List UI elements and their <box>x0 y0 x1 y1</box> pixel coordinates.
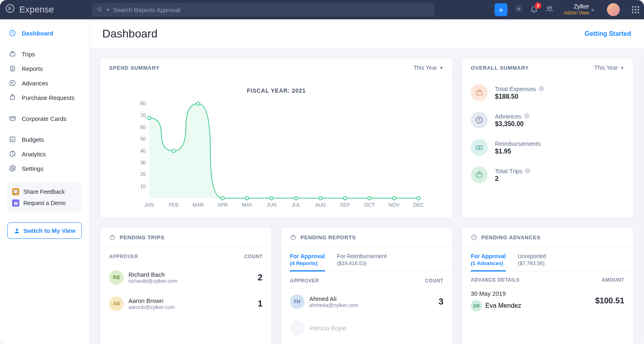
settings-icon[interactable] <box>515 5 523 15</box>
pending-trips-title: PENDING TRIPS <box>109 234 165 240</box>
col-approver: APPROVER <box>290 278 319 284</box>
summary-label: Total Trips <box>495 168 530 174</box>
apps-icon[interactable] <box>632 6 639 13</box>
summary-icon <box>471 112 488 128</box>
sidebar: Dashboard Trips Reports Advances Purchas… <box>0 19 89 344</box>
svg-text:SEP: SEP <box>340 202 350 208</box>
svg-text:FEB: FEB <box>169 202 178 208</box>
summary-value: 2 <box>495 175 530 182</box>
spend-title: SPEND SUMMARY <box>109 65 159 71</box>
user-icon <box>14 228 20 234</box>
summary-icon <box>471 139 488 156</box>
users-icon[interactable] <box>545 5 553 15</box>
briefcase-icon <box>109 234 116 240</box>
svg-point-4 <box>550 7 552 8</box>
expense-logo-icon <box>5 3 15 16</box>
tab-adv-unreported[interactable]: Unreported ($7,793.56) <box>518 253 546 271</box>
pending-advances-card: PENDING ADVANCES For Approval (1 Advance… <box>462 227 634 344</box>
pending-trips-card: PENDING TRIPS APPROVER COUNT RB Richard … <box>100 227 272 344</box>
svg-point-36 <box>172 149 175 153</box>
overall-period-selector[interactable]: This Year ▼ <box>594 64 624 71</box>
nav-advances[interactable]: Advances <box>0 76 89 90</box>
getting-started-link[interactable]: Getting Started <box>584 30 631 37</box>
summary-value: $188.50 <box>495 93 544 100</box>
svg-point-2 <box>518 8 520 10</box>
svg-text:DEC: DEC <box>413 202 424 208</box>
nav-analytics[interactable]: Analytics <box>0 147 89 161</box>
summary-row: Total Expenses $188.50 <box>471 84 624 101</box>
svg-point-8 <box>10 80 15 86</box>
summary-label: Reimbursements <box>495 140 540 147</box>
pending-reports-card: PENDING REPORTS For Approval (4 Reports)… <box>281 227 453 344</box>
summary-icon <box>471 166 488 183</box>
org-view: Admin View <box>564 10 589 16</box>
spend-summary-card: SPEND SUMMARY This Year ▼ FISCAL YEAR: 2… <box>100 58 453 218</box>
search-box[interactable]: ▼ <box>92 3 435 17</box>
notifications-icon[interactable]: 3 <box>530 5 538 15</box>
info-icon <box>524 113 530 119</box>
share-feedback[interactable]: 💬 Share Feedback <box>12 186 77 197</box>
svg-point-41 <box>294 197 298 200</box>
app-name: Expense <box>19 4 54 15</box>
chevron-down-icon: ▼ <box>439 66 443 70</box>
overall-title: OVERALL SUMMARY <box>471 65 529 71</box>
advance-person: Eva Mendez <box>485 302 521 309</box>
nav-purchase-requests[interactable]: Purchase Requests <box>0 90 89 105</box>
table-row[interactable]: RB Richard Bach richardb@zylker.com 2 <box>109 264 263 290</box>
nav-reports[interactable]: Reports <box>0 61 89 76</box>
org-switcher[interactable]: Zylker Admin View ▶ <box>564 3 595 16</box>
info-icon <box>538 86 544 91</box>
col-approver: APPROVER <box>109 254 138 259</box>
svg-text:JUL: JUL <box>292 202 300 208</box>
demo-icon: ▦ <box>12 199 19 207</box>
spend-period-selector[interactable]: This Year ▼ <box>414 64 443 71</box>
feedback-icon: 💬 <box>12 188 19 195</box>
svg-point-3 <box>547 6 549 8</box>
table-row[interactable]: AB Aaron Brown aaronb@zylker.com 1 <box>109 290 263 317</box>
col-count: COUNT <box>425 278 443 284</box>
svg-rect-6 <box>10 53 15 56</box>
search-input[interactable] <box>113 6 430 13</box>
user-avatar[interactable] <box>607 3 620 16</box>
switch-view-button[interactable]: Switch to My View <box>7 222 82 239</box>
nav-corporate-cards[interactable]: Corporate Cards <box>0 111 89 126</box>
svg-text:AUG: AUG <box>315 202 326 208</box>
svg-rect-49 <box>476 146 482 149</box>
summary-row: Total Trips 2 <box>471 166 624 183</box>
avatar-initials <box>290 321 304 335</box>
chevron-down-icon: ▼ <box>106 8 110 12</box>
svg-point-45 <box>392 197 396 200</box>
col-advance-details: ADVANCE DETAILS <box>471 277 520 283</box>
request-demo[interactable]: ▦ Request a Demo <box>12 197 77 209</box>
avatar-initials: RB <box>109 270 124 285</box>
tab-adv-for-approval[interactable]: For Approval (1 Advances) <box>471 253 506 271</box>
summary-icon <box>471 84 488 101</box>
nav-trips[interactable]: Trips <box>0 47 89 61</box>
nav-settings[interactable]: Settings <box>0 161 89 176</box>
summary-row: Reimbursements $1.95 <box>471 139 624 156</box>
svg-point-38 <box>221 197 224 200</box>
svg-text:JAN: JAN <box>145 202 154 208</box>
summary-row: Advances $3,350.00 <box>471 112 624 128</box>
add-button[interactable]: ＋ <box>495 3 507 16</box>
svg-text:MAR: MAR <box>193 202 204 208</box>
col-count: COUNT <box>244 254 263 259</box>
svg-text:40: 40 <box>140 148 146 154</box>
chevron-right-icon: ▶ <box>592 7 595 12</box>
svg-rect-51 <box>476 174 482 177</box>
approver-name: Richard Bach <box>128 271 178 278</box>
app-logo: Expense <box>5 3 87 16</box>
tab-for-approval[interactable]: For Approval (4 Reports) <box>290 253 325 271</box>
svg-point-46 <box>417 197 420 200</box>
row-count: 2 <box>258 272 263 283</box>
pending-advances-title: PENDING ADVANCES <box>471 234 540 240</box>
nav-dashboard[interactable]: Dashboard <box>0 26 89 40</box>
table-row[interactable]: FH Ahmed Ali ahmeda@zylker.com 3 <box>290 288 443 315</box>
svg-point-43 <box>344 197 347 200</box>
svg-point-35 <box>147 116 151 119</box>
advance-amount: $100.51 <box>595 296 624 305</box>
nav-budgets[interactable]: Budgets <box>0 132 89 147</box>
tab-for-reimbursement[interactable]: For Reimbursement ($19,416.53) <box>337 253 387 271</box>
svg-rect-53 <box>291 236 296 239</box>
main-content: Dashboard Getting Started SPEND SUMMARY … <box>89 19 644 344</box>
